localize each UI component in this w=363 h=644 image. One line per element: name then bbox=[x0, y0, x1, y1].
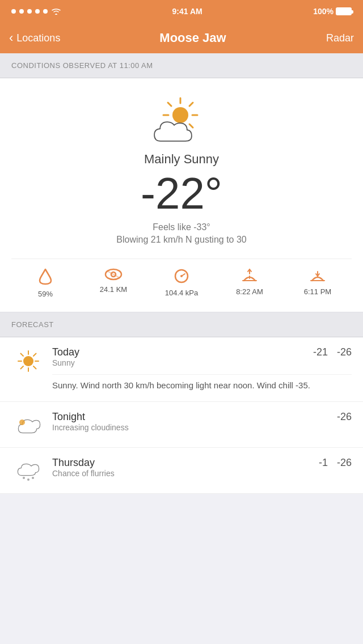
svg-line-29 bbox=[33, 354, 36, 357]
thursday-name: Thursday Chance of flurries bbox=[52, 457, 312, 478]
sunset-icon bbox=[309, 268, 326, 283]
stat-sunset: 6:11 PM bbox=[284, 268, 352, 298]
status-time: 9:41 AM bbox=[172, 7, 202, 16]
svg-line-27 bbox=[21, 354, 24, 357]
chevron-left-icon: ‹ bbox=[9, 32, 13, 44]
thursday-low: -26 bbox=[337, 457, 352, 469]
humidity-icon bbox=[39, 268, 52, 285]
stats-row: 59% 24.1 KM 104.4 kPa bbox=[11, 259, 352, 298]
humidity-value: 59% bbox=[38, 290, 53, 298]
signal-dot-1 bbox=[11, 9, 16, 14]
condition-text: Mainly Sunny bbox=[144, 152, 219, 167]
svg-point-33 bbox=[23, 477, 25, 479]
today-name: Today Sunny bbox=[52, 346, 306, 367]
back-button[interactable]: ‹ Locations bbox=[9, 32, 77, 44]
signal-dot-5 bbox=[43, 9, 48, 14]
today-temps: -21 -26 bbox=[313, 346, 352, 358]
conditions-header: CONDITIONS OBSERVED AT 11:00 AM bbox=[0, 53, 363, 78]
status-left bbox=[11, 7, 61, 15]
tonight-name: Tonight Increasing cloudiness bbox=[52, 411, 330, 432]
today-high: -21 bbox=[313, 346, 328, 358]
visibility-icon bbox=[104, 268, 123, 281]
stat-sunrise: 8:22 AM bbox=[216, 268, 284, 298]
wind-info-text: Blowing 21 km/h N gusting to 30 bbox=[116, 235, 246, 245]
signal-dot-4 bbox=[35, 9, 40, 14]
battery-fill bbox=[337, 9, 351, 14]
signal-dot-2 bbox=[19, 9, 24, 14]
svg-line-30 bbox=[21, 366, 24, 369]
stat-humidity: 59% bbox=[11, 268, 79, 298]
forecast-header-label: FORECAST bbox=[11, 320, 54, 329]
battery-icon bbox=[336, 7, 352, 15]
weather-main-card: Mainly Sunny -22° Feels like -33° Blowin… bbox=[0, 78, 363, 312]
pressure-value: 104.4 kPa bbox=[165, 289, 199, 297]
cloud-icon bbox=[150, 113, 201, 146]
forecast-header: FORECAST bbox=[0, 312, 363, 337]
forecast-tonight-icon bbox=[11, 411, 45, 438]
wifi-icon bbox=[51, 7, 61, 15]
sunrise-icon bbox=[241, 268, 258, 283]
back-label: Locations bbox=[16, 32, 60, 44]
svg-point-35 bbox=[32, 477, 34, 479]
visibility-value: 24.1 KM bbox=[100, 285, 127, 294]
sunset-value: 6:11 PM bbox=[304, 287, 331, 296]
today-low: -26 bbox=[337, 346, 352, 358]
svg-line-28 bbox=[33, 366, 36, 369]
stat-pressure: 104.4 kPa bbox=[147, 268, 216, 298]
nav-bar: ‹ Locations Moose Jaw Radar bbox=[0, 23, 363, 53]
svg-line-4 bbox=[168, 103, 171, 106]
feels-like-text: Feels like -33° bbox=[153, 222, 210, 232]
today-detail: Sunny. Wind north 30 km/h becoming light… bbox=[52, 374, 352, 392]
temperature-display: -22° bbox=[141, 171, 222, 215]
svg-point-13 bbox=[180, 275, 183, 277]
tonight-temps: -26 bbox=[337, 411, 352, 423]
battery-percent: 100% bbox=[313, 7, 334, 16]
status-bar: 9:41 AM 100% bbox=[0, 0, 363, 23]
svg-line-6 bbox=[189, 103, 193, 106]
forecast-today-icon bbox=[11, 346, 45, 374]
svg-point-34 bbox=[27, 478, 29, 481]
svg-point-32 bbox=[19, 420, 25, 425]
battery-container: 100% bbox=[313, 7, 352, 16]
weather-icon bbox=[150, 95, 213, 146]
signal-dot-3 bbox=[27, 9, 32, 14]
radar-button[interactable]: Radar bbox=[309, 32, 354, 44]
page-title: Moose Jaw bbox=[77, 31, 309, 45]
svg-point-31 bbox=[23, 356, 33, 366]
forecast-thursday-icon bbox=[11, 457, 45, 484]
forecast-tonight: Tonight Increasing cloudiness -26 bbox=[0, 402, 363, 448]
stat-visibility: 24.1 KM bbox=[79, 268, 147, 298]
forecast-thursday: Thursday Chance of flurries -1 -26 bbox=[0, 448, 363, 494]
forecast-today: Today Sunny -21 -26 Sunny. Wind north 30… bbox=[0, 337, 363, 402]
sunrise-value: 8:22 AM bbox=[236, 287, 263, 296]
pressure-icon bbox=[174, 268, 189, 284]
thursday-high: -1 bbox=[319, 457, 328, 469]
tonight-low: -26 bbox=[337, 411, 352, 423]
conditions-header-label: CONDITIONS OBSERVED AT 11:00 AM bbox=[11, 61, 153, 70]
thursday-temps: -1 -26 bbox=[319, 457, 352, 469]
